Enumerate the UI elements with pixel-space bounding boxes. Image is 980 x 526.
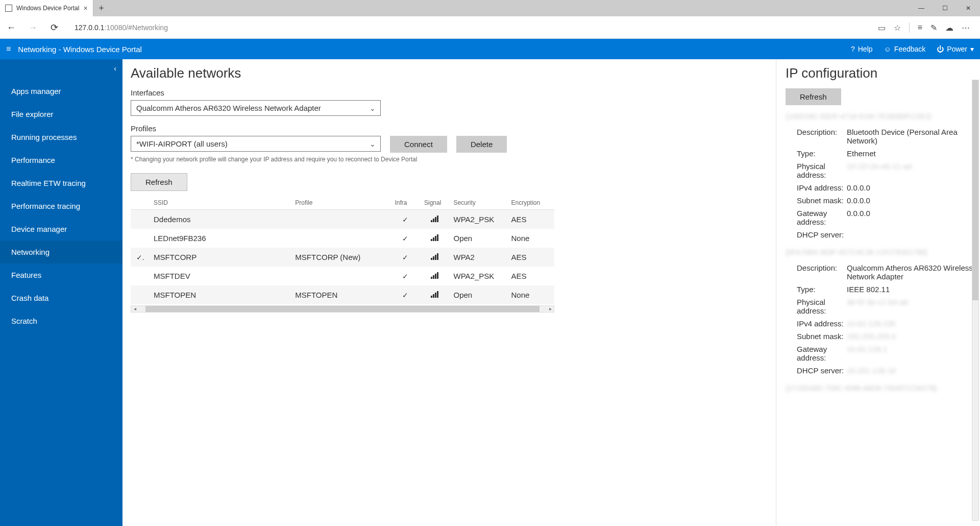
cell-security: WPA2_PSK [450,210,507,229]
sidebar-item-crash-data[interactable]: Crash data [0,286,122,309]
vertical-scrollbar[interactable] [972,80,979,521]
adapter-id: {100D28C-83DF-4718-9190-7E38089FCDE2} [786,112,975,121]
table-row[interactable]: ✓.MSFTCORPMSFTCORP (New)✓WPA2AES [131,248,554,267]
cell-profile: MSFTOPEN [291,285,390,304]
url-host: 127.0.0.1 [75,23,104,32]
sidebar-item-networking[interactable]: Networking [0,241,122,264]
portal-header-right: ?Help ☺Feedback ⏻Power▾ [851,45,974,53]
col-profile[interactable]: Profile [291,196,390,210]
close-window-button[interactable]: ✕ [957,0,980,16]
profile-hint: * Changing your network profile will cha… [131,156,768,163]
interfaces-label: Interfaces [131,88,768,97]
sidebar-item-running-processes[interactable]: Running processes [0,126,122,149]
sidebar-item-scratch[interactable]: Scratch [0,309,122,332]
signal-icon [431,273,438,279]
cell-infra: ✓ [390,285,420,304]
col-security[interactable]: Security [450,196,507,210]
browser-tab[interactable]: Windows Device Portal × [0,0,93,16]
share-icon[interactable]: ☁ [945,23,953,33]
cell-encryption: None [507,229,555,248]
url-rest: :10080/#Networking [104,23,168,32]
interface-select[interactable]: Qualcomm Atheros AR6320 Wireless Network… [131,100,381,116]
cell-infra: ✓ [390,210,420,229]
kv-value: 0.0.0.0 [847,183,975,192]
adapter-block: {0FA76B4-383F-4573-8C36-11F27B301788}Des… [786,248,975,377]
delete-button[interactable]: Delete [456,136,507,153]
check-icon: ✓ [402,272,408,280]
kv-key: Gateway address: [786,345,847,362]
more-icon[interactable]: ⋯ [962,23,970,33]
kv-row: Subnet mask:0.0.0.0 [786,194,975,207]
cell-encryption: AES [507,267,555,285]
notes-icon[interactable]: ✎ [930,23,937,33]
profile-select[interactable]: *WIFI-AIRPORT (all users) [131,136,381,152]
profiles-label: Profiles [131,124,768,133]
kv-row: IPv4 address:0.0.0.0 [786,181,975,194]
help-link[interactable]: ?Help [851,45,873,53]
cell-ssid: MSFTCORP [150,248,291,267]
favorite-icon[interactable]: ☆ [894,23,901,33]
col-ssid[interactable]: SSID [150,196,291,210]
power-menu[interactable]: ⏻Power▾ [937,45,974,53]
kv-value: 0.0.0.0 [847,196,975,205]
cell-encryption: AES [507,248,555,267]
kv-value: 10.201.128.18 [847,366,975,375]
separator [909,22,910,33]
col-signal[interactable]: Signal [420,196,450,210]
kv-value: IEEE 802.11 [847,285,975,294]
sidebar-item-realtime-etw-tracing[interactable]: Realtime ETW tracing [0,172,122,195]
table-row[interactable]: MSFTDEV✓WPA2_PSKAES [131,267,554,285]
sidebar-item-file-explorer[interactable]: File explorer [0,103,122,126]
check-icon: ✓ [402,216,408,224]
check-icon: ✓ [402,291,408,299]
kv-row: Gateway address:0.0.0.0 [786,207,975,228]
feedback-label: Feedback [894,45,925,53]
refresh-ipconfig-button[interactable]: Refresh [786,88,841,105]
back-icon[interactable]: ← [4,22,18,33]
refresh-networks-button[interactable]: Refresh [131,173,187,191]
sidebar-item-features[interactable]: Features [0,264,122,286]
feedback-icon: ☺ [884,45,891,53]
kv-key: DHCP server: [786,230,847,239]
collapse-sidebar-icon[interactable]: ‹ [114,64,116,73]
table-row[interactable]: Ddedemos✓WPA2_PSKAES [131,210,554,229]
kv-value: 10-1D-2e-e6-11-a4 [847,162,975,179]
table-row[interactable]: MSFTOPENMSFTOPEN✓OpenNone [131,285,554,304]
kv-value: 10.62.128.1 [847,345,975,362]
col-encryption[interactable]: Encryption [507,196,555,210]
networks-table: SSID Profile Infra Signal Security Encry… [131,196,554,304]
sidebar-item-device-manager[interactable]: Device manager [0,218,122,241]
kv-row: Description:Bluetooth Device (Personal A… [786,126,975,147]
ip-config-panel: IP configuration Refresh {100D28C-83DF-4… [776,59,980,526]
hub-icon[interactable]: ≡ [918,23,922,32]
refresh-icon[interactable]: ⟳ [47,22,61,33]
cell-encryption: None [507,285,555,304]
horizontal-scrollbar[interactable]: ◂▸ [131,305,554,313]
cell-security: WPA2 [450,248,507,267]
sidebar-item-performance[interactable]: Performance [0,149,122,172]
connect-button[interactable]: Connect [390,136,447,153]
browser-chrome: Windows Device Portal × + — ☐ ✕ ← → ⟳ 12… [0,0,980,39]
col-infra[interactable]: Infra [390,196,420,210]
sidebar-item-performance-tracing[interactable]: Performance tracing [0,195,122,218]
adapter-id: {2710DA8D-759C-4086-A8D6-740AFCC94278} [786,384,975,392]
feedback-link[interactable]: ☺Feedback [884,45,926,53]
minimize-button[interactable]: — [910,0,933,16]
sidebar-item-apps-manager[interactable]: Apps manager [0,80,122,103]
kv-value: Ethernet [847,149,975,158]
new-tab-button[interactable]: + [93,0,110,16]
kv-row: Physical address:10-1D-2e-e6-11-a4 [786,160,975,181]
reading-view-icon[interactable]: ▭ [878,23,886,33]
adapter-block: {100D28C-83DF-4718-9190-7E38089FCDE2}Des… [786,112,975,241]
address-bar[interactable]: 127.0.0.1:10080/#Networking [68,23,871,32]
section-title: Available networks [131,65,768,81]
menu-icon[interactable]: ≡ [6,44,11,54]
maximize-button[interactable]: ☐ [933,0,957,16]
close-tab-icon[interactable]: × [83,4,87,12]
tab-title: Windows Device Portal [16,5,79,12]
kv-row: Type:IEEE 802.11 [786,283,975,296]
signal-icon [431,235,438,241]
kv-value: 30-f2-3e-c1-b4-a8 [847,298,975,315]
forward-icon[interactable]: → [26,22,40,33]
table-row[interactable]: LEDnet9FB236✓OpenNone [131,229,554,248]
